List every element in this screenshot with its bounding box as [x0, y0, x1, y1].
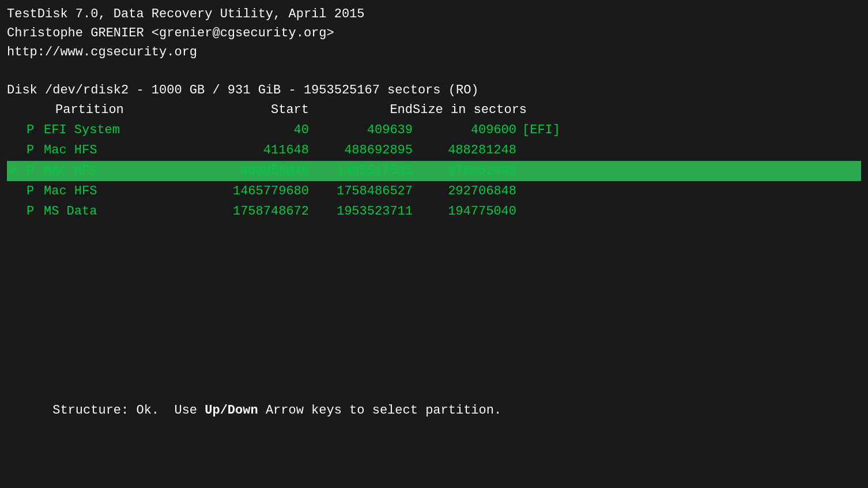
app-website: http://www.cgsecurity.org [7, 43, 861, 62]
footer-structure-pre: Structure: Ok. Use [52, 403, 205, 418]
footer: Structure: Ok. Use Up/Down Arrow keys to… [7, 339, 861, 488]
row-start-1: 411648 [205, 140, 309, 160]
row-size-2: 976562496 [413, 161, 516, 181]
table-headers: Partition Start End Size in sectors [7, 100, 861, 120]
row-size-4: 194775040 [413, 201, 516, 222]
app-author: Christophe GRENIER <grenier@cgsecurity.o… [7, 24, 861, 43]
row-prefix-4 [9, 201, 27, 222]
row-end-4: 1953523711 [309, 201, 413, 222]
footer-structure-post: Arrow keys to select partition. [258, 403, 501, 418]
row-start-3: 1465779680 [205, 181, 309, 201]
row-start-0: 40 [205, 120, 309, 140]
row-type-2: P [27, 161, 44, 181]
footer-line-2: Use Left/Right Arrow keys to CHANGE part… [7, 481, 861, 488]
row-size-1: 488281248 [413, 140, 516, 160]
header-size: Size in sectors [413, 100, 516, 120]
row-type-1: P [27, 140, 44, 160]
partition-row-0[interactable]: P EFI System 40 409639 409600 [EFI] [7, 120, 861, 140]
row-type-4: P [27, 201, 44, 222]
header-start: Start [205, 100, 309, 120]
row-start-2: 488955040 [205, 161, 309, 181]
app-title: TestDisk 7.0, Data Recovery Utility, Apr… [7, 5, 861, 24]
row-end-3: 1758486527 [309, 181, 413, 201]
header-end: End [309, 100, 413, 120]
row-size-0: 409600 [413, 120, 516, 140]
partition-row-1[interactable]: P Mac HFS 411648 488692895 488281248 [7, 140, 861, 160]
middle-spacer [7, 222, 861, 337]
header-partition: Partition [44, 100, 205, 120]
row-name-4: MS Data [44, 201, 205, 222]
row-end-1: 488692895 [309, 140, 413, 160]
row-size-3: 292706848 [413, 181, 516, 201]
row-end-0: 409639 [309, 120, 413, 140]
footer-updown: Up/Down [205, 403, 258, 418]
row-type-0: P [27, 120, 44, 140]
row-name-1: Mac HFS [44, 140, 205, 160]
partition-row-4[interactable]: P MS Data 1758748672 1953523711 19477504… [7, 201, 861, 222]
spacer-1 [7, 62, 861, 81]
header-type [27, 100, 44, 120]
row-type-3: P [27, 181, 44, 201]
disk-info: Disk /dev/rdisk2 - 1000 GB / 931 GiB - 1… [7, 81, 861, 100]
row-start-4: 1758748672 [205, 201, 309, 222]
row-end-2: 1465517535 [309, 161, 413, 181]
partition-row-2[interactable]: > P Mac HFS 488955040 1465517535 9765624… [7, 161, 861, 181]
header-prefix [9, 100, 27, 120]
row-prefix-2: > [9, 161, 27, 181]
row-name-0: EFI System [44, 120, 205, 140]
row-name-2: Mac HFS [44, 161, 205, 181]
footer-line-1: Structure: Ok. Use Up/Down Arrow keys to… [7, 380, 861, 441]
row-name-3: Mac HFS [44, 181, 205, 201]
row-prefix-3 [9, 181, 27, 201]
row-prefix-0 [9, 120, 27, 140]
partition-row-3[interactable]: P Mac HFS 1465779680 1758486527 29270684… [7, 181, 861, 201]
row-prefix-1 [9, 140, 27, 160]
row-extra-0: [EFI] [522, 120, 580, 140]
terminal: TestDisk 7.0, Data Recovery Utility, Apr… [7, 5, 861, 483]
partition-table: P EFI System 40 409639 409600 [EFI] P Ma… [7, 120, 861, 222]
